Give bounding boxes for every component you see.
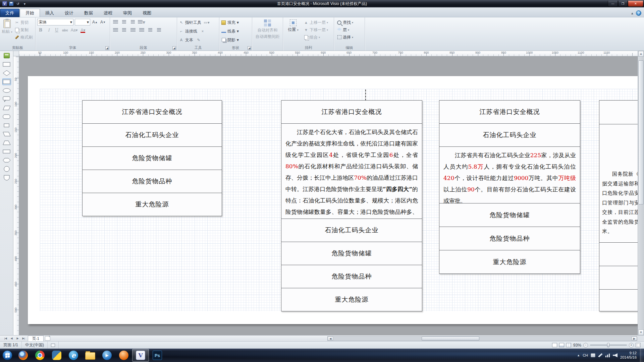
font-color-button[interactable]: A▾ [79,27,86,34]
shape-circle-icon[interactable] [2,166,11,172]
font-name-select[interactable]: 宋体▾ [37,19,73,25]
vertical-scrollbar[interactable]: ▲ ▼ [638,51,644,335]
hidden-icons-icon[interactable]: ▲ [577,354,580,357]
maximize-button[interactable]: ❐ [618,1,628,7]
copy-button[interactable]: 复制 [13,26,34,33]
ruler-vertical[interactable]: 50100150200250300350400450500 [13,56,19,335]
shape-diamond-icon[interactable] [2,70,11,76]
fullscreen-view-icon[interactable] [559,343,564,347]
help-icon[interactable]: ? [636,10,641,16]
find-button[interactable]: 查找▾ [336,19,354,26]
shapes-window-icon[interactable] [2,52,11,59]
auto-align-button[interactable]: 自动对齐和 自动调整间距 [254,19,281,51]
cut-button[interactable]: ✂剪切 [13,19,34,26]
shape-rectangle-selected-icon[interactable] [2,78,11,85]
tab-design[interactable]: 设计 [59,9,79,17]
shape-hexagon-icon[interactable] [2,157,11,164]
flow-box-title-1[interactable]: 江苏省港口安全概况 [82,100,222,124]
first-page-icon[interactable]: |◀ [3,336,8,341]
scroll-right-icon[interactable]: ▶ [632,337,637,341]
line-button[interactable]: 线条▾ [221,28,239,34]
horizontal-scrollbar[interactable]: ◀ ▶ [327,336,637,341]
pointer-tool-button[interactable]: ↖指针工具 [179,20,201,25]
page-indicator[interactable]: 页面 1/1 [0,342,22,349]
align-top-icon[interactable] [147,27,154,34]
flow-box-cargo-2[interactable]: 危险货物品种 [281,265,422,288]
save-icon[interactable] [8,1,14,6]
show-desktop-button[interactable] [640,349,644,362]
ruler-horizontal[interactable]: 5010015020025030035040045050055060065070… [19,51,638,56]
clock[interactable]: 9:12 2014/5/16 [620,351,638,360]
flow-box-column-4[interactable]: 国务院新《据交通运输部和口危险化学品安口管理部门与安交接，目前江苏全监管的危险货… [599,100,638,311]
flow-box-cargo-3[interactable]: 危险货物品种 [439,227,580,250]
decrease-indent-icon[interactable] [120,19,128,25]
undo-icon[interactable]: ↺ [15,1,21,6]
drawing-canvas[interactable]: 江苏省港口安全概况 石油化工码头企业 危险货物储罐 危险货物品种 重大危险源 江… [19,56,638,335]
bullets-icon[interactable] [112,19,119,25]
horizontal-scroll-thumb[interactable] [422,337,479,341]
tab-data[interactable]: 数据 [79,9,98,17]
shape-trapezoid-icon[interactable] [2,139,11,146]
strikethrough-button[interactable]: abc [61,27,69,34]
taskbar-chrome[interactable] [32,349,48,362]
volume-icon[interactable] [613,353,618,357]
layers-button[interactable]: 层▾ [336,26,354,33]
grow-font-button[interactable]: A▲ [92,19,98,25]
tab-home[interactable]: 开始 [20,9,40,17]
prev-page-icon[interactable]: ◀ [9,336,14,341]
rectangle-tool-icon[interactable]: ▭▾ [203,19,211,25]
zoom-level[interactable]: 93% [573,343,581,348]
connector-tool-button[interactable]: ⌐连接线 [179,28,197,34]
shrink-font-button[interactable]: A▼ [100,19,106,25]
flow-box-tank-1[interactable]: 危险货物储罐 [82,146,222,170]
group-button[interactable]: 组合▾ [303,34,329,41]
increase-indent-icon[interactable] [129,19,137,25]
macro-record-button[interactable] [48,342,59,349]
fill-button[interactable]: 填充▾ [221,20,239,25]
pan-zoom-view-icon[interactable] [566,343,571,347]
shape-parallelogram2-icon[interactable] [2,131,11,137]
line-spacing-icon[interactable]: ▾ [138,19,145,25]
minimize-button[interactable]: — [608,1,618,7]
tab-process[interactable]: 进程 [98,9,118,17]
taskbar-internet-explorer[interactable]: e [65,349,82,362]
flow-box-title-3[interactable]: 江苏省港口安全概况 [439,100,580,124]
select-button[interactable]: 选择▾ [336,34,354,41]
scroll-down-icon[interactable]: ▼ [638,329,644,335]
insert-page-icon[interactable] [45,336,50,341]
taskbar-photoshop[interactable]: Ps [149,349,166,362]
text-tool-button[interactable]: A文本 [179,37,193,43]
shape-dialog-launcher-icon[interactable]: ◢ [248,46,251,50]
taskbar-mail[interactable] [115,349,132,362]
change-case-button[interactable]: Aa▾ [70,27,78,34]
next-page-icon[interactable]: ▶ [15,336,20,341]
zoom-slider[interactable] [590,345,627,346]
position-button[interactable]: 位置 ▾ [285,19,302,45]
underline-button[interactable]: U [53,27,60,34]
font-size-select[interactable]: ▾ [75,19,90,25]
network-icon[interactable] [605,353,610,357]
taskbar-visio[interactable]: V [132,349,149,362]
vertical-scroll-thumb[interactable] [638,60,644,204]
justify-icon[interactable] [138,27,145,34]
paragraph-dialog-launcher-icon[interactable]: ◢ [172,46,176,50]
start-button[interactable] [0,349,15,362]
flow-box-petro-2[interactable]: 石油化工码头企业 [281,219,422,242]
zoom-slider-thumb[interactable] [607,343,609,347]
language-bar[interactable]: CH [583,353,588,357]
flow-box-tank-3[interactable]: 危险货物储罐 [439,203,580,227]
taskbar-firefox[interactable] [15,349,32,362]
keyboard-layout-icon[interactable] [591,353,595,357]
flow-box-petro-1[interactable]: 石油化工码头企业 [82,123,222,147]
align-left-icon[interactable] [112,27,119,34]
freeform-icon[interactable]: ✎ [195,37,203,43]
scroll-up-icon[interactable]: ▲ [638,51,644,57]
shapes-panel[interactable] [0,51,13,335]
qat-customize-icon[interactable]: ▾ [22,1,28,6]
zoom-out-icon[interactable]: − [583,343,588,348]
app-icon[interactable]: V [2,1,7,6]
tab-file[interactable]: 文件 [0,9,19,17]
shape-rectangle2-icon[interactable] [2,148,11,155]
tab-review[interactable]: 审阅 [118,9,137,17]
flow-box-hazard-2[interactable]: 重大危险源 [281,288,422,311]
